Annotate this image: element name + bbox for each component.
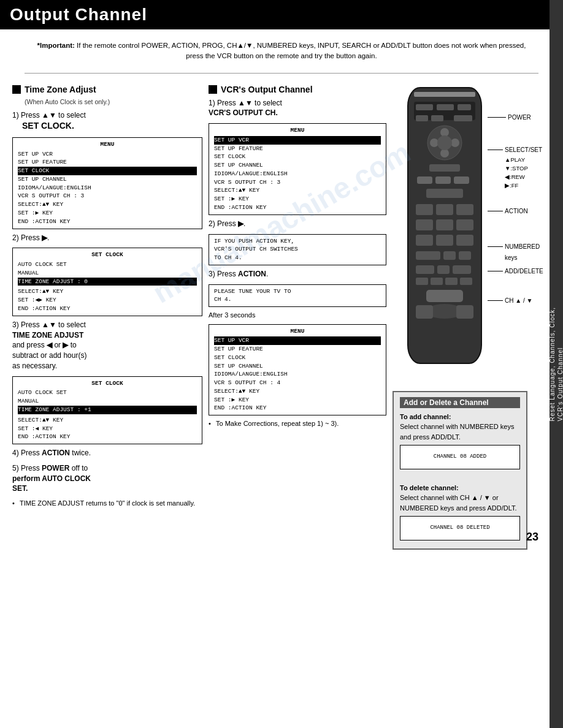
delete-title: To delete channel: (400, 484, 459, 491)
tz-menu1-line1: SET UP VCR (18, 150, 197, 159)
svg-rect-39 (426, 290, 463, 302)
tz-menu3-line1: AUTO CLOCK SET (18, 389, 197, 397)
svg-rect-33 (437, 265, 450, 274)
divider (25, 73, 538, 74)
vcr-menu-box-2: MENU SET UP VCR SET UP FEATURE SET CLOCK… (209, 324, 386, 416)
svg-rect-6 (416, 115, 428, 121)
svg-rect-27 (436, 235, 453, 246)
vcr-title: VCR's Output Channel (221, 85, 313, 94)
svg-rect-8 (454, 115, 472, 121)
vcr-menu2-line5: IDIOMA/LANGUE:ENGLISH (214, 370, 381, 379)
tz-menu1-line4: SET UP CHANNEL (18, 175, 197, 184)
svg-rect-24 (436, 219, 453, 230)
vcr-output-section: VCR's Output Channel 1) Press ▲▼ to sele… (209, 85, 386, 550)
svg-rect-32 (416, 265, 434, 274)
vcr-menu2-line9: END :ACTION KEY (214, 404, 381, 412)
vcr-menu1-line8: SET :▶ KEY (214, 195, 381, 203)
time-zone-section: Time Zone Adjust (When Auto Clock is set… (12, 85, 202, 550)
svg-rect-36 (431, 278, 443, 285)
svg-point-13 (451, 138, 459, 147)
tz-menu-box-3: SET CLOCK AUTO CLOCK SET MANUAL TIME ZON… (12, 376, 202, 444)
vcr-menu2-line7: SELECT:▲▼ KEY (214, 387, 381, 396)
svg-rect-5 (458, 104, 471, 110)
svg-rect-3 (416, 104, 433, 110)
vcr-menu1-line5: IDIOMA/LANGUE:ENGLISH (214, 170, 381, 178)
important-note: *Important: If the remote control POWER,… (0, 29, 563, 68)
svg-rect-16 (417, 176, 432, 184)
svg-rect-20 (416, 204, 433, 215)
vcr-menu1-line3: SET CLOCK (214, 153, 381, 161)
remote-area: POWER SELECT/SET ▲PLAY▼:STOP◀:REW▶:FF (393, 85, 563, 385)
vcr-box-3: PLEASE TUNE YOUR TV TO CH 4. (209, 284, 386, 308)
svg-rect-35 (416, 278, 428, 285)
numbered-label: NUMBERED (488, 241, 540, 252)
tz-menu1-line8: SET :▶ KEY (18, 209, 197, 218)
svg-rect-18 (454, 176, 469, 184)
svg-rect-15 (429, 164, 460, 172)
tz-menu-box-1: MENU SET UP VCR SET UP FEATURE SET CLOCK… (12, 137, 202, 229)
vcr-section-icon (209, 85, 217, 94)
svg-point-11 (440, 149, 449, 157)
tz-menu1-line5: IDIOMA/LANGUE:ENGLISH (18, 184, 197, 192)
svg-rect-28 (456, 235, 473, 246)
vcr-menu2-line8: SET :▶ KEY (214, 396, 381, 404)
tz-menu-box-2: SET CLOCK AUTO CLOCK SET MANUAL TIME ZON… (12, 248, 202, 316)
remote-labels: POWER SELECT/SET ▲PLAY▼:STOP◀:REW▶:FF (488, 112, 543, 306)
important-text: If the remote control POWER, ACTION, PRO… (77, 42, 526, 59)
vcr-menu2-line3: SET CLOCK (214, 354, 381, 362)
time-zone-subtitle: (When Auto Clock is set only.) (25, 98, 202, 105)
add-delete-title: Add or Delete a Channel (400, 397, 520, 408)
tz-menu1-line6: VCR S OUTPUT CH : 3 (18, 192, 197, 200)
svg-rect-23 (416, 219, 433, 230)
tz-menu3-f2: SET :◀ KEY (18, 425, 197, 433)
remote-svg (393, 85, 500, 385)
svg-point-14 (437, 135, 452, 150)
add-delete-label: ADD/DELETE (488, 266, 543, 277)
svg-rect-38 (460, 278, 472, 285)
numbered-label-text: NUMBERED (505, 241, 540, 252)
tz-step-3: 3) Press ▲▼ to select TIME ZONE ADJUST a… (12, 320, 202, 371)
svg-point-12 (430, 138, 439, 147)
svg-rect-22 (456, 204, 473, 215)
vcr-header: VCR's Output Channel (209, 85, 386, 94)
svg-rect-4 (437, 104, 454, 110)
add-delete-content: To add channel: Select channel with NUMB… (400, 412, 520, 541)
tz-step-1: 1) Press ▲▼ to select SET CLOCK. (12, 110, 202, 132)
vcr-menu1-line9: END :ACTION KEY (214, 203, 381, 212)
add-text: Select channel with NUMBERED keys and pr… (400, 423, 514, 441)
svg-rect-25 (456, 219, 473, 230)
svg-rect-21 (436, 204, 453, 215)
vcr-menu2-line6: VCR S OUTPUT CH : 4 (214, 379, 381, 387)
select-label: SELECT/SET (488, 145, 542, 156)
vcr-menu2-title: MENU (214, 327, 381, 336)
numbered-label-group: NUMBERED keys (488, 241, 543, 264)
time-zone-title: Time Zone Adjust (25, 85, 96, 94)
add-delete-label-text: ADD/DELETE (505, 266, 543, 277)
play-labels: ▲PLAY▼:STOP◀:REW▶:FF (505, 156, 528, 191)
tz-step1-text: SET CLOCK. (22, 121, 74, 131)
tz-menu1-title: MENU (18, 140, 197, 149)
svg-rect-7 (431, 115, 443, 121)
vcr-menu2-line1: SET UP VCR (214, 336, 381, 345)
tz-step-2: 2) Press ▶. (12, 233, 202, 243)
ch-label-text: CH ▲ / ▼ (505, 295, 532, 306)
vcr-menu1-title: MENU (214, 126, 381, 135)
svg-rect-34 (453, 265, 471, 274)
svg-rect-30 (443, 251, 456, 260)
vcr-menu1-line1: SET UP VCR (214, 136, 381, 145)
main-content: Time Zone Adjust (When Auto Clock is set… (0, 78, 563, 556)
vcr-corrections: To Make Corrections, repeat step 1) ~ 3)… (209, 419, 386, 428)
tz-menu1-line2: SET UP FEATURE (18, 158, 197, 167)
tz-menu2-line2: MANUAL (18, 269, 197, 278)
tz-menu2-f1: SELECT:▲▼ KEY (18, 287, 197, 296)
power-label: POWER (488, 112, 543, 123)
vcr-menu2-line2: SET UP FEATURE (214, 345, 381, 354)
sidebar-text: Reset Language, Channels, Clock,VCR's Ou… (548, 307, 563, 422)
page-header: Output Channel (0, 0, 563, 29)
tz-menu1-line9: END :ACTION KEY (18, 218, 197, 226)
tz-step-5: 5) Press POWER off to perform AUTO CLOCK… (12, 463, 202, 494)
vcr-menu1-line6: VCR S OUTPUT CH : 3 (214, 178, 381, 187)
action-label: ACTION (488, 206, 543, 217)
tz-menu3-f3: END :ACTION KEY (18, 433, 197, 441)
ch-label: CH ▲ / ▼ (488, 295, 543, 306)
